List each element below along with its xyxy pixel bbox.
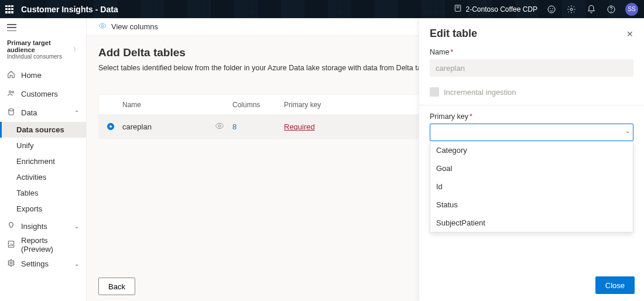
svg-rect-0 <box>455 5 461 12</box>
svg-point-4 <box>550 8 551 9</box>
nav-home[interactable]: Home <box>0 66 86 84</box>
svg-point-17 <box>101 25 104 27</box>
nav-exports[interactable]: Exports <box>0 201 86 217</box>
chevron-right-icon: 〉 <box>73 46 79 54</box>
incremental-checkbox <box>430 87 439 97</box>
row-columns-link[interactable]: 8 <box>232 122 237 131</box>
home-icon <box>7 70 15 80</box>
svg-point-3 <box>548 6 555 13</box>
nav-tables[interactable]: Tables <box>0 185 86 201</box>
row-primary-key-link[interactable]: Required <box>284 122 315 131</box>
preview-icon[interactable] <box>215 121 232 132</box>
chevron-down-icon: ⌄ <box>74 223 79 230</box>
environment-picker[interactable]: 2-Contoso Coffee CDP <box>454 4 537 14</box>
reports-icon <box>7 240 15 250</box>
col-header-primary-key: Primary key <box>284 101 359 109</box>
nav-unify[interactable]: Unify <box>0 138 86 153</box>
audience-selector[interactable]: Primary target audience Individual consu… <box>0 37 86 66</box>
gear-icon <box>7 259 15 269</box>
chevron-down-icon[interactable]: ⌄ <box>625 128 630 134</box>
waffle-icon <box>5 5 13 13</box>
audience-subtitle: Individual consumers <box>7 53 73 60</box>
hamburger-icon <box>7 24 16 31</box>
row-name: careplan <box>122 122 215 131</box>
nav-label: Reports (Preview) <box>21 236 79 254</box>
svg-point-6 <box>570 8 573 11</box>
option-status[interactable]: Status <box>430 196 633 214</box>
eye-icon <box>98 22 107 32</box>
nav-data-sources[interactable]: Data sources <box>0 122 86 138</box>
option-goal[interactable]: Goal <box>430 159 633 177</box>
help-icon[interactable] <box>605 4 617 15</box>
customers-icon <box>7 89 15 99</box>
audience-title: Primary target audience <box>7 39 73 53</box>
left-nav: Primary target audience Individual consu… <box>0 18 87 301</box>
app-launcher[interactable] <box>0 0 19 18</box>
option-category[interactable]: Category <box>430 141 633 159</box>
svg-point-10 <box>12 91 13 93</box>
nav-label: Settings <box>21 259 49 268</box>
close-icon[interactable]: ✕ <box>626 29 633 39</box>
incremental-label: Incremental ingestion <box>444 88 516 97</box>
settings-icon[interactable] <box>566 4 577 15</box>
nav-enrichment[interactable]: Enrichment <box>0 153 86 169</box>
view-columns-button[interactable]: View columns <box>111 22 158 31</box>
primary-key-label: Primary key* <box>430 112 633 121</box>
option-subjectpatient[interactable]: SubjectPatient <box>430 214 633 232</box>
panel-title: Edit table <box>430 28 477 40</box>
nav-label: Insights <box>21 222 47 231</box>
col-header-name: Name <box>122 101 215 109</box>
svg-point-9 <box>9 90 12 93</box>
data-icon <box>7 108 15 118</box>
app-title: Customer Insights - Data <box>21 5 118 14</box>
nav-activities[interactable]: Activities <box>0 169 86 185</box>
nav-reports[interactable]: Reports (Preview) <box>0 235 86 254</box>
name-label: Name* <box>430 48 633 56</box>
nav-toggle[interactable] <box>0 18 86 37</box>
smiley-icon[interactable] <box>546 4 557 15</box>
svg-point-8 <box>611 11 612 12</box>
notifications-icon[interactable] <box>585 4 597 15</box>
chevron-down-icon: ⌄ <box>74 261 79 267</box>
primary-key-combobox[interactable] <box>430 124 633 141</box>
chevron-up-icon: ⌃ <box>74 110 79 116</box>
row-radio[interactable] <box>107 123 114 130</box>
svg-point-18 <box>218 125 221 127</box>
avatar[interactable]: SS <box>625 3 638 16</box>
nav-settings[interactable]: Settings ⌄ <box>0 254 86 273</box>
nav-customers[interactable]: Customers <box>0 84 86 103</box>
nav-label: Home <box>21 71 42 80</box>
svg-point-16 <box>10 262 12 264</box>
close-button[interactable]: Close <box>595 276 635 294</box>
nav-data[interactable]: Data ⌃ <box>0 103 86 122</box>
col-header-columns: Columns <box>232 101 284 109</box>
nav-insights[interactable]: Insights ⌄ <box>0 217 86 235</box>
name-input <box>430 59 633 77</box>
insights-icon <box>7 221 15 231</box>
edit-table-panel: Edit table ✕ Name* Incremental ingestion… <box>419 18 644 301</box>
environment-name: 2-Contoso Coffee CDP <box>465 5 537 13</box>
nav-label: Data <box>21 108 37 117</box>
back-button[interactable]: Back <box>98 278 135 295</box>
primary-key-dropdown: Category Goal Id Status SubjectPatient <box>430 141 633 232</box>
option-id[interactable]: Id <box>430 177 633 196</box>
svg-point-5 <box>553 8 553 9</box>
svg-point-11 <box>9 108 13 111</box>
environment-icon <box>454 4 462 14</box>
nav-label: Customers <box>21 90 58 98</box>
